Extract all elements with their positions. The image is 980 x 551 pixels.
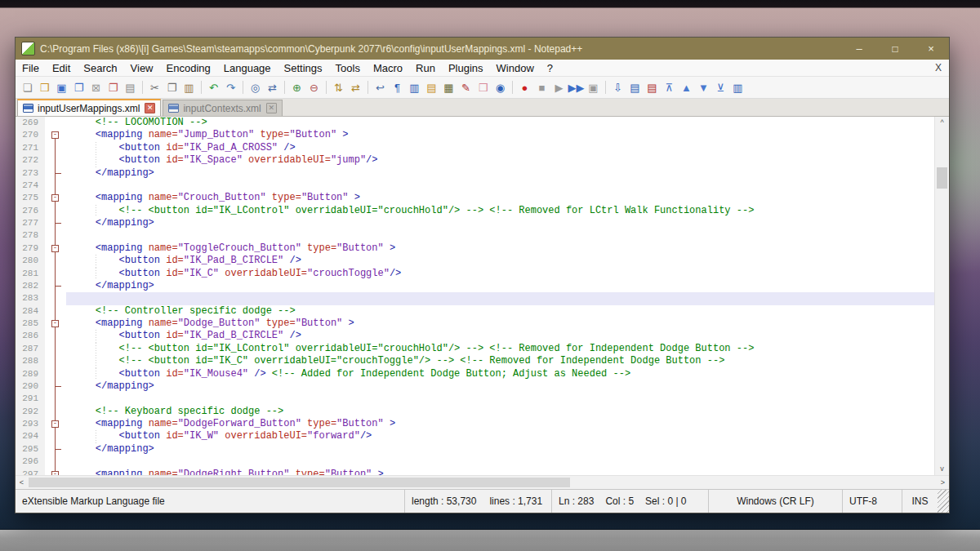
code-line[interactable]: 274 xyxy=(16,180,934,192)
menu-item-settings[interactable]: Settings xyxy=(278,62,329,74)
status-insert-mode[interactable]: INS xyxy=(902,490,938,513)
scroll-left-arrow-icon[interactable]: < xyxy=(16,476,28,489)
code-text[interactable]: </mapping> xyxy=(66,280,934,292)
vertical-scrollbar[interactable]: ^ v xyxy=(934,117,949,475)
menu-item-view[interactable]: View xyxy=(124,62,160,74)
close-tab-icon[interactable]: ✕ xyxy=(145,103,155,113)
code-text[interactable]: <mapping name="DodgeRight_Button" type="… xyxy=(66,469,934,476)
tab-inputusermappings-xml[interactable]: inputUserMappings.xml✕ xyxy=(17,99,161,116)
fold-collapse-icon[interactable]: - xyxy=(45,192,66,204)
code-line[interactable]: 290 </mapping> xyxy=(16,380,934,393)
open-file-icon[interactable]: ❒ xyxy=(37,80,52,96)
menu-item-encoding[interactable]: Encoding xyxy=(160,62,217,74)
code-text[interactable]: <!-- <button id="IK_C" overridableUI="cr… xyxy=(66,355,934,367)
code-text[interactable]: <button id="IK_Mouse4" /> <!-- Added for… xyxy=(66,368,934,380)
zoom-in-icon[interactable]: ⊕ xyxy=(289,80,305,96)
code-line[interactable]: 278 xyxy=(16,229,934,242)
code-text[interactable]: <button id="IK_Pad_B_CIRCLE" /> xyxy=(66,330,934,342)
scroll-right-arrow-icon[interactable]: > xyxy=(937,476,949,489)
code-line[interactable]: 292 <!-- Keyboard specific dodge --> xyxy=(16,406,934,418)
bookmark-toggle-icon[interactable]: ▤ xyxy=(627,80,643,96)
save-icon[interactable]: ▣ xyxy=(54,80,69,96)
redo-icon[interactable]: ↷ xyxy=(223,80,238,96)
code-line[interactable]: 286 <button id="IK_Pad_B_CIRCLE" /> xyxy=(16,330,934,342)
new-file-icon[interactable]: ❏ xyxy=(20,80,35,96)
prev-bookmark-icon[interactable]: ▲ xyxy=(679,80,694,96)
close-doc-icon[interactable]: ⊠ xyxy=(88,80,104,96)
stop-macro-icon[interactable]: ■ xyxy=(534,80,550,96)
code-line[interactable]: 279- <mapping name="ToggleCrouch_Button"… xyxy=(16,242,934,255)
status-eol-format[interactable]: Windows (CR LF) xyxy=(708,490,842,513)
document-list-icon[interactable]: ✎ xyxy=(458,80,474,96)
code-line[interactable]: 272 <button id="IK_Space" overridableUI=… xyxy=(16,154,934,167)
code-text[interactable]: <button id="IK_Pad_A_CROSS" /> xyxy=(66,142,934,154)
undo-icon[interactable]: ↶ xyxy=(206,80,221,96)
code-line[interactable]: 270- <mapping name="Jump_Button" type="B… xyxy=(16,129,934,141)
code-text[interactable]: <mapping name="Dodge_Button" type="Butto… xyxy=(66,318,934,330)
menu-item-help[interactable]: ? xyxy=(541,62,559,74)
horizontal-scrollbar[interactable]: < > xyxy=(16,475,949,489)
code-text[interactable]: <button id="IK_Pad_B_CIRCLE" /> xyxy=(66,255,934,267)
code-text[interactable]: <!-- <button id="IK_LControl" overridabl… xyxy=(66,343,934,355)
code-line[interactable]: 297- <mapping name="DodgeRight_Button" t… xyxy=(16,469,934,476)
status-encoding[interactable]: UTF-8 xyxy=(842,490,902,513)
horizontal-scroll-thumb[interactable] xyxy=(29,478,570,487)
function-list-icon[interactable]: ▤ xyxy=(424,80,439,96)
goto-first-line-icon[interactable]: ⇩ xyxy=(610,80,626,96)
code-text[interactable]: <!-- <button id="IK_LControl" overridabl… xyxy=(66,205,934,217)
show-all-characters-icon[interactable]: ¶ xyxy=(390,80,405,96)
fold-collapse-icon[interactable]: - xyxy=(45,469,66,476)
code-line[interactable]: 283 xyxy=(16,292,934,304)
run-macro-multiple-icon[interactable]: ▶▶ xyxy=(568,80,584,96)
code-text[interactable]: <mapping name="DodgeForward_Button" type… xyxy=(66,418,934,430)
code-text[interactable] xyxy=(66,292,934,304)
code-line[interactable]: 280 <button id="IK_Pad_B_CIRCLE" /> xyxy=(16,255,934,267)
fold-collapse-icon[interactable]: - xyxy=(45,318,66,330)
menu-item-edit[interactable]: Edit xyxy=(46,62,77,74)
code-text[interactable] xyxy=(66,393,934,405)
code-text[interactable]: <button id="IK_C" overridableUI="crouchT… xyxy=(66,268,934,280)
code-text[interactable]: <mapping name="Crouch_Button" type="Butt… xyxy=(66,192,934,204)
paste-icon[interactable]: ▥ xyxy=(181,80,197,96)
code-text[interactable]: <!-- LOCOMOTION --> xyxy=(66,117,934,129)
code-text[interactable]: </mapping> xyxy=(66,217,934,229)
folder-as-workspace-icon[interactable]: ❒ xyxy=(475,80,491,96)
close-all-icon[interactable]: ❐ xyxy=(105,80,121,96)
code-line[interactable]: 295 </mapping> xyxy=(16,443,934,455)
code-lines[interactable]: 269 <!-- LOCOMOTION -->270- <mapping nam… xyxy=(16,117,934,475)
zoom-out-icon[interactable]: ⊖ xyxy=(306,80,322,96)
fold-all-icon[interactable]: ⊼ xyxy=(662,80,677,96)
fold-collapse-icon[interactable]: - xyxy=(45,418,66,430)
sync-vertical-scroll-icon[interactable]: ⇅ xyxy=(331,80,346,96)
unfold-all-icon[interactable]: ⊻ xyxy=(713,80,728,96)
fold-collapse-icon[interactable]: - xyxy=(45,129,66,141)
bookmark-clear-icon[interactable]: ▤ xyxy=(644,80,660,96)
code-line[interactable]: 269 <!-- LOCOMOTION --> xyxy=(16,117,934,129)
sync-horizontal-scroll-icon[interactable]: ⇄ xyxy=(348,80,363,96)
code-line[interactable]: 281 <button id="IK_C" overridableUI="cro… xyxy=(16,268,934,280)
menu-item-window[interactable]: Window xyxy=(490,62,541,74)
menu-item-file[interactable]: File xyxy=(16,62,46,74)
vertical-scroll-thumb[interactable] xyxy=(937,167,947,189)
scroll-up-arrow-icon[interactable]: ^ xyxy=(935,117,949,129)
copy-icon[interactable]: ❐ xyxy=(164,80,180,96)
code-text[interactable] xyxy=(66,229,934,242)
resize-grip[interactable] xyxy=(938,490,949,513)
tab-inputcontexts-xml[interactable]: inputContexts.xml✕ xyxy=(163,100,282,116)
play-macro-icon[interactable]: ▶ xyxy=(551,80,567,96)
menu-item-tools[interactable]: Tools xyxy=(329,62,367,74)
code-line[interactable]: 276 <!-- <button id="IK_LControl" overri… xyxy=(16,205,934,217)
code-text[interactable] xyxy=(66,180,934,192)
close-button[interactable]: × xyxy=(913,38,949,60)
menu-item-language[interactable]: Language xyxy=(217,62,278,74)
code-text[interactable]: </mapping> xyxy=(66,443,934,455)
menu-item-macro[interactable]: Macro xyxy=(367,62,409,74)
menu-close-icon[interactable]: X xyxy=(928,62,949,73)
code-text[interactable]: <!-- Controller specific dodge --> xyxy=(66,305,934,318)
save-macro-icon[interactable]: ▣ xyxy=(586,80,601,96)
code-line[interactable]: 277 </mapping> xyxy=(16,217,934,229)
close-tab-icon[interactable]: ✕ xyxy=(266,103,277,113)
code-line[interactable]: 275- <mapping name="Crouch_Button" type=… xyxy=(16,192,934,204)
record-macro-icon[interactable]: ● xyxy=(517,80,532,96)
menu-item-search[interactable]: Search xyxy=(77,62,123,74)
